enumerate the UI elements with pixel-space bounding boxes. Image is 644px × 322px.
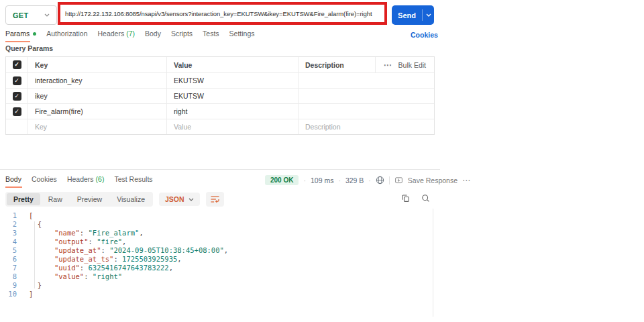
code-line: 5 "update_at": "2024-09-05T10:38:45+08:0… (0, 246, 433, 255)
url-input[interactable] (60, 5, 384, 22)
query-params-table: ✓ Key Value Description ⋯ Bulk Edit ✓ in… (5, 56, 435, 135)
headers-count: (7) (126, 30, 135, 38)
network-globe-icon[interactable] (376, 176, 384, 184)
tab-authorization[interactable]: Authorization (46, 30, 87, 42)
more-actions-icon[interactable]: ⋯ (384, 60, 392, 70)
response-size: 329 B (345, 176, 364, 184)
tab-label: Cookies (32, 175, 57, 183)
bulk-edit-button[interactable]: Bulk Edit (398, 61, 426, 69)
line-number: 5 (0, 246, 23, 255)
response-body-actions (401, 194, 430, 203)
params-modified-dot-icon (33, 32, 36, 36)
chevron-down-icon (426, 13, 431, 17)
table-header-row: ✓ Key Value Description ⋯ Bulk Edit (6, 57, 434, 72)
line-number: 6 (0, 255, 23, 264)
tab-label: Body (5, 175, 21, 183)
tab-label: Settings (229, 30, 255, 38)
code-text: "value": "right" (23, 272, 122, 281)
wrap-line-button[interactable] (206, 192, 224, 207)
request-tabs: Params Authorization Headers (7) Body Sc… (5, 30, 255, 42)
send-options-caret[interactable] (423, 5, 434, 25)
view-raw[interactable]: Raw (42, 193, 69, 205)
tab-label: Authorization (46, 30, 87, 38)
tab-label: Scripts (171, 30, 193, 38)
response-tab-cookies[interactable]: Cookies (32, 175, 57, 188)
line-number: 8 (0, 272, 23, 281)
tab-label: Params (5, 30, 30, 38)
param-value-cell[interactable]: right (174, 107, 187, 115)
select-all-checkbox[interactable]: ✓ (13, 60, 21, 69)
param-key-cell[interactable]: Fire_alarm(fire) (35, 107, 83, 115)
tab-tests[interactable]: Tests (203, 30, 219, 42)
param-description-placeholder[interactable]: Description (305, 123, 341, 131)
tab-label: Test Results (114, 175, 152, 183)
view-visualize[interactable]: Visualize (110, 193, 152, 205)
param-value-cell[interactable]: EKUTSW (174, 76, 204, 85)
param-value-cell[interactable]: EKUTSW (174, 92, 204, 100)
tab-params[interactable]: Params (5, 30, 36, 42)
view-pretty[interactable]: Pretty (7, 193, 40, 205)
table-row-empty: Key Value Description (6, 119, 434, 134)
param-value-placeholder[interactable]: Value (174, 123, 191, 131)
format-select[interactable]: JSON (159, 193, 200, 206)
wrap-line-icon (210, 195, 220, 203)
row-checkbox[interactable]: ✓ (13, 107, 21, 116)
method-label: GET (13, 11, 29, 19)
save-response-icon (394, 176, 403, 184)
response-status-bar: 200 OK · 109 ms · 329 B · Save Response … (265, 175, 471, 185)
response-tab-body[interactable]: Body (5, 175, 21, 188)
code-indent-guide (34, 221, 35, 288)
table-row: ✓ interaction_key EKUTSW (6, 72, 434, 88)
code-line: 7 "uuid": 6325416747643783222, (0, 264, 433, 272)
line-number: 1 (0, 211, 23, 220)
code-text: ] (23, 290, 33, 299)
checkmark-icon: ✓ (14, 62, 19, 68)
row-checkbox[interactable]: ✓ (13, 92, 21, 101)
code-line: 6 "update_at_ts": 1725503925935, (0, 255, 433, 264)
response-panel-right-border (433, 209, 433, 317)
copy-icon[interactable] (401, 194, 410, 203)
tab-label: Headers (97, 30, 124, 38)
separator-dot-icon: · (303, 176, 306, 184)
param-key-cell[interactable]: ikey (35, 92, 48, 100)
response-tab-test-results[interactable]: Test Results (114, 175, 152, 188)
table-row: ✓ ikey EKUTSW (6, 88, 434, 103)
line-number: 2 (0, 220, 23, 229)
table-row: ✓ Fire_alarm(fire) right (6, 103, 434, 119)
code-line: 8 "value": "right" (0, 272, 433, 281)
tab-scripts[interactable]: Scripts (171, 30, 193, 42)
format-label: JSON (165, 195, 184, 203)
checkmark-icon: ✓ (14, 78, 19, 84)
tab-body[interactable]: Body (145, 30, 161, 42)
more-actions-icon[interactable]: ⋯ (462, 176, 471, 185)
line-number: 3 (0, 229, 23, 237)
response-tab-headers[interactable]: Headers (6) (67, 175, 105, 188)
view-preview[interactable]: Preview (70, 193, 109, 205)
send-button[interactable]: Send (392, 5, 434, 25)
row-checkbox[interactable]: ✓ (13, 76, 21, 85)
status-badge: 200 OK (265, 175, 299, 185)
send-button-label: Send (392, 5, 422, 25)
cookies-link[interactable]: Cookies (411, 31, 438, 39)
tab-label: Headers (67, 175, 94, 183)
save-response-button[interactable]: Save Response (408, 176, 458, 184)
code-text: "output": "fire", (23, 237, 126, 246)
tab-settings[interactable]: Settings (229, 30, 255, 42)
response-body-code: 1[2 {3 "name": "Fire_alarm",4 "output": … (0, 209, 433, 317)
view-mode-group: Pretty Raw Preview Visualize (5, 192, 153, 207)
code-line: 4 "output": "fire", (0, 237, 433, 246)
search-icon[interactable] (421, 194, 430, 203)
active-tab-underline (5, 41, 30, 42)
param-key-placeholder[interactable]: Key (35, 123, 47, 131)
code-text: [ (23, 211, 33, 220)
code-line: 1[ (0, 211, 433, 220)
response-time: 109 ms (311, 176, 333, 184)
method-select[interactable]: GET (5, 5, 57, 25)
tab-headers[interactable]: Headers (7) (97, 30, 135, 42)
param-key-cell[interactable]: interaction_key (35, 76, 83, 85)
line-number: 10 (0, 290, 23, 299)
code-line: 3 "name": "Fire_alarm", (0, 229, 433, 237)
code-line: 9 } (0, 281, 433, 290)
checkmark-icon: ✓ (14, 93, 19, 99)
code-text: } (23, 281, 42, 290)
